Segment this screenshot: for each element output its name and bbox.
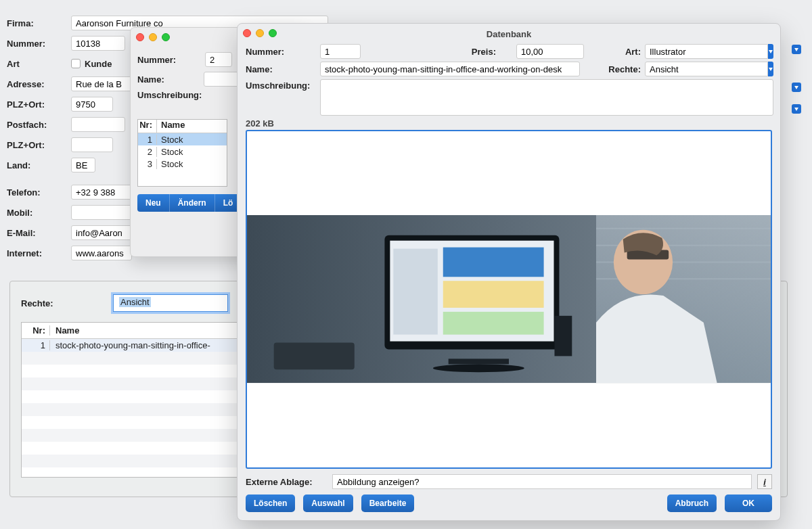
chevron-down-icon[interactable] — [768, 44, 773, 59]
datenbank-dialog: Datenbank Nummer: Preis: Art: Name: Rech… — [237, 23, 781, 521]
mid-col-nr[interactable]: Nr: — [138, 120, 157, 133]
mid-table[interactable]: Nr: Name 1 Stock 2 Stock 3 Stock — [137, 119, 227, 187]
dropdown-icon[interactable] — [792, 83, 801, 92]
nummer-input[interactable] — [71, 36, 125, 51]
auswahl-button[interactable]: Auswahl — [303, 495, 353, 512]
svg-rect-11 — [443, 312, 544, 335]
email-input[interactable] — [71, 225, 132, 240]
aendern-button[interactable]: Ändern — [169, 194, 215, 212]
svg-rect-12 — [449, 359, 509, 365]
bearbeite-button[interactable]: Bearbeite — [361, 495, 415, 512]
window-controls — [243, 29, 277, 37]
db-rechte-value[interactable] — [645, 62, 768, 76]
rechte-value: Ansicht — [119, 297, 151, 307]
chevron-down-icon[interactable] — [768, 62, 773, 76]
mid-col-name[interactable]: Name — [157, 120, 227, 133]
db-nummer-input[interactable] — [320, 44, 361, 59]
db-preis-label: Preis: — [472, 47, 500, 57]
abbruch-button[interactable]: Abbruch — [667, 495, 717, 512]
art-label: Art — [7, 59, 71, 69]
externe-input[interactable] — [332, 474, 752, 489]
neu-button[interactable]: Neu — [137, 194, 169, 212]
dropdown-icon[interactable] — [792, 45, 801, 54]
postfach-label: Postfach: — [7, 120, 71, 130]
db-umschreibung-input[interactable] — [320, 79, 773, 116]
telefon-label: Telefon: — [7, 187, 71, 198]
firma-label: Firma: — [7, 18, 71, 28]
mid-nummer-input[interactable] — [205, 52, 232, 67]
mid-nummer-label: Nummer: — [137, 55, 205, 65]
nummer-label: Nummer: — [7, 39, 71, 49]
svg-rect-15 — [554, 316, 572, 356]
image-preview[interactable] — [246, 130, 772, 469]
internet-label: Internet: — [7, 248, 71, 258]
table-row[interactable]: 1 Stock — [138, 133, 227, 145]
db-name-label: Name: — [246, 64, 320, 74]
svg-rect-9 — [443, 248, 544, 277]
db-rechte-select[interactable] — [645, 62, 773, 76]
dialog-title: Datenbank — [487, 29, 531, 39]
info-icon[interactable]: i — [757, 474, 772, 489]
mid-umschreibung-label: Umschreibung: — [137, 90, 205, 100]
rechte-label: Rechte: — [21, 298, 102, 308]
window-controls — [136, 33, 170, 41]
table-row[interactable]: 3 Stock — [138, 158, 227, 170]
mid-name-label: Name: — [137, 74, 204, 85]
rechte-select[interactable]: Ansicht — [113, 294, 228, 312]
internet-input[interactable] — [71, 246, 132, 260]
db-rechte-label: Rechte: — [584, 64, 645, 74]
minimize-icon[interactable] — [256, 29, 264, 37]
mobil-input[interactable] — [71, 205, 132, 220]
db-umschreibung-label: Umschreibung: — [246, 79, 320, 91]
plzort-label: PLZ+Ort: — [7, 99, 71, 110]
plz-input[interactable] — [71, 97, 113, 112]
land-label: Land: — [7, 160, 71, 170]
col-nr-header[interactable]: Nr: — [22, 325, 50, 336]
svg-rect-8 — [393, 249, 437, 335]
db-name-input[interactable] — [320, 62, 580, 76]
close-icon[interactable] — [243, 29, 251, 37]
ok-button[interactable]: OK — [725, 495, 772, 512]
dropdown-icon[interactable] — [792, 104, 801, 114]
kunde-label: Kunde — [85, 59, 112, 69]
maximize-icon[interactable] — [162, 33, 170, 41]
mobil-label: Mobil: — [7, 208, 71, 218]
postfach-input[interactable] — [71, 117, 125, 132]
db-art-value[interactable] — [645, 44, 768, 59]
email-label: E-Mail: — [7, 228, 71, 238]
maximize-icon[interactable] — [269, 29, 277, 37]
file-size-label: 202 kB — [246, 118, 772, 129]
table-row[interactable]: 2 Stock — [138, 145, 227, 158]
db-nummer-label: Nummer: — [246, 47, 320, 57]
close-icon[interactable] — [136, 33, 144, 41]
svg-point-13 — [433, 365, 524, 373]
loeschen-button[interactable]: Löschen — [246, 495, 295, 512]
db-preis-input[interactable] — [516, 44, 584, 59]
minimize-icon[interactable] — [149, 33, 157, 41]
svg-rect-14 — [274, 343, 355, 370]
externe-label: Externe Ablage: — [246, 477, 327, 487]
plz2-input[interactable] — [71, 137, 113, 152]
db-art-label: Art: — [584, 47, 645, 57]
plzort2-label: PLZ+Ort: — [7, 140, 71, 150]
kunde-checkbox[interactable] — [71, 59, 81, 68]
land-input[interactable] — [71, 158, 95, 172]
telefon-input[interactable] — [71, 185, 132, 200]
adresse-label: Adresse: — [7, 79, 71, 89]
side-dropdown-indicators — [792, 45, 801, 114]
svg-rect-10 — [443, 281, 544, 308]
db-art-select[interactable] — [645, 44, 773, 59]
